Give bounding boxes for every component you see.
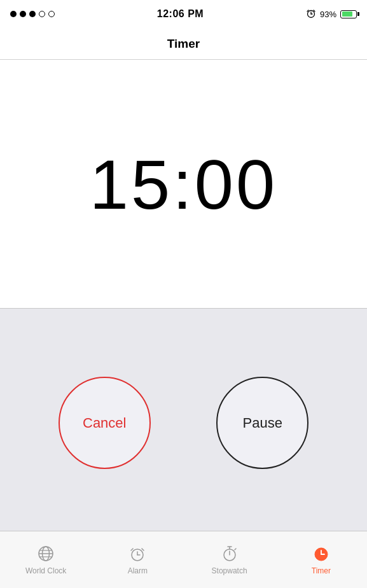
signal-dot-5	[48, 11, 55, 17]
tab-bar: World Clock Alarm Stopwat	[0, 531, 367, 588]
buttons-area: Cancel Pause	[0, 308, 367, 537]
pause-button[interactable]: Pause	[216, 377, 308, 469]
tab-alarm[interactable]: Alarm	[92, 531, 183, 588]
timer-label: Timer	[312, 566, 331, 575]
svg-line-15	[135, 546, 137, 547]
tab-stopwatch[interactable]: Stopwatch	[184, 531, 275, 588]
alarm-tab-icon	[128, 544, 147, 563]
battery-indicator	[340, 10, 357, 18]
cancel-button[interactable]: Cancel	[59, 377, 151, 469]
svg-line-20	[235, 549, 236, 550]
nav-title: Timer	[167, 37, 200, 51]
signal-dot-1	[10, 11, 17, 17]
alarm-label: Alarm	[128, 566, 148, 575]
pause-label: Pause	[243, 415, 282, 431]
signal-dot-3	[29, 11, 36, 17]
timer-tab-icon	[312, 544, 331, 563]
status-bar: 12:06 PM 93%	[0, 0, 367, 28]
cancel-label: Cancel	[83, 415, 126, 431]
battery-fill	[342, 11, 353, 17]
status-time: 12:06 PM	[157, 8, 204, 20]
timer-display: 15:00	[90, 144, 277, 225]
world-clock-label: World Clock	[25, 566, 66, 575]
nav-bar: Timer	[0, 28, 367, 60]
svg-line-14	[142, 549, 144, 550]
stopwatch-tab-icon	[220, 544, 239, 563]
signal-dots	[10, 11, 55, 17]
alarm-status-icon	[306, 8, 316, 20]
tab-world-clock[interactable]: World Clock	[0, 531, 92, 588]
timer-display-area: 15:00	[0, 60, 367, 308]
signal-dot-2	[20, 11, 26, 17]
signal-dot-4	[39, 11, 45, 17]
tab-timer[interactable]: Timer	[275, 531, 367, 588]
svg-line-13	[131, 549, 133, 550]
status-right: 93%	[306, 8, 357, 20]
battery-box	[340, 10, 357, 18]
world-clock-icon	[36, 544, 55, 563]
battery-percent: 93%	[320, 10, 336, 19]
stopwatch-label: Stopwatch	[212, 566, 247, 575]
